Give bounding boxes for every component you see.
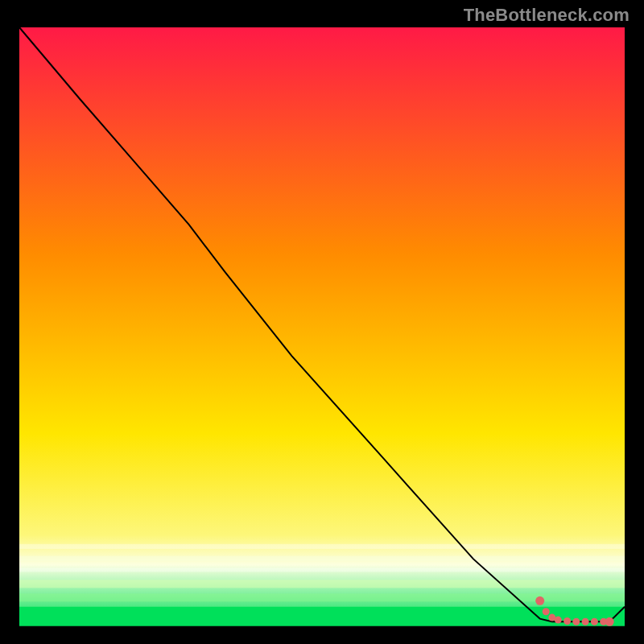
watermark-text: TheBottleneck.com	[464, 5, 630, 26]
floor-dot	[605, 617, 614, 626]
svg-rect-4	[19, 593, 625, 601]
floor-dot	[555, 617, 562, 624]
svg-rect-5	[19, 607, 625, 626]
floor-dot	[591, 618, 598, 625]
plot-background	[19, 27, 625, 625]
svg-rect-1	[19, 556, 625, 561]
svg-rect-3	[19, 580, 625, 588]
svg-rect-0	[19, 544, 625, 549]
floor-dot	[564, 617, 571, 625]
chart-stage: TheBottleneck.com	[0, 0, 644, 644]
floor-dot	[582, 618, 589, 625]
gradient-chart	[0, 0, 644, 644]
svg-rect-2	[19, 568, 625, 572]
floor-dot	[572, 618, 580, 625]
floor-dot	[535, 597, 544, 605]
floor-dot	[543, 608, 550, 615]
